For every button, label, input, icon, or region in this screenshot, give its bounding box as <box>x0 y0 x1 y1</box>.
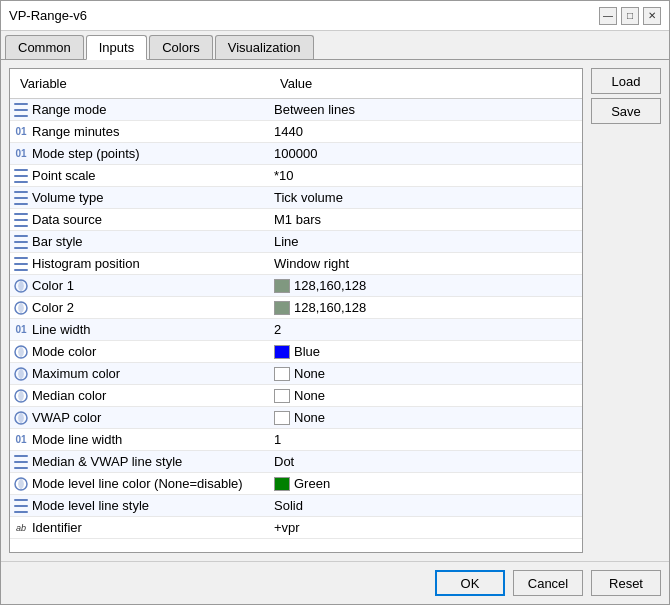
inputs-table: Variable Value Range modeBetween lines01… <box>9 68 583 553</box>
row-value-text: 2 <box>274 322 281 337</box>
color-swatch[interactable] <box>274 411 290 425</box>
row-value-text: 1 <box>274 432 281 447</box>
color-swatch[interactable] <box>274 279 290 293</box>
row-value-cell: 2 <box>270 320 582 339</box>
tab-inputs[interactable]: Inputs <box>86 35 147 60</box>
row-value-text: 1440 <box>274 124 303 139</box>
color-icon <box>14 279 28 293</box>
color-swatch[interactable] <box>274 477 290 491</box>
lines-icon <box>14 499 28 513</box>
row-value-text: Blue <box>294 344 320 359</box>
table-row[interactable]: Point scale*10 <box>10 165 582 187</box>
row-variable-text: Mode line width <box>32 432 122 447</box>
table-row[interactable]: Mode level line color (None=disable)Gree… <box>10 473 582 495</box>
row-variable-text: Data source <box>32 212 102 227</box>
color-icon <box>14 411 28 425</box>
tab-common[interactable]: Common <box>5 35 84 59</box>
color-icon <box>14 345 28 359</box>
row-variable-text: Histogram position <box>32 256 140 271</box>
row-variable-cell: 01Line width <box>10 320 270 339</box>
color-swatch[interactable] <box>274 389 290 403</box>
table-row[interactable]: Bar styleLine <box>10 231 582 253</box>
footer: OK Cancel Reset <box>1 561 669 604</box>
numeric-icon: 01 <box>14 433 28 447</box>
row-variable-cell: Histogram position <box>10 254 270 273</box>
table-header: Variable Value <box>10 69 582 99</box>
row-variable-cell: 01Mode line width <box>10 430 270 449</box>
row-value-text: Window right <box>274 256 349 271</box>
row-variable-cell: Data source <box>10 210 270 229</box>
row-variable-cell: Range mode <box>10 100 270 119</box>
color-icon <box>14 367 28 381</box>
table-row[interactable]: Volume typeTick volume <box>10 187 582 209</box>
lines-icon <box>14 235 28 249</box>
table-row[interactable]: Median & VWAP line styleDot <box>10 451 582 473</box>
cancel-button[interactable]: Cancel <box>513 570 583 596</box>
row-value-cell: Solid <box>270 496 582 515</box>
table-row[interactable]: Color 1128,160,128 <box>10 275 582 297</box>
table-body: Range modeBetween lines01Range minutes14… <box>10 99 582 539</box>
row-value-cell: None <box>270 386 582 405</box>
color-swatch[interactable] <box>274 367 290 381</box>
row-value-text: 128,160,128 <box>294 300 366 315</box>
maximize-button[interactable]: □ <box>621 7 639 25</box>
table-row[interactable]: 01Mode step (points)100000 <box>10 143 582 165</box>
ok-button[interactable]: OK <box>435 570 505 596</box>
tab-visualization[interactable]: Visualization <box>215 35 314 59</box>
row-variable-cell: 01Mode step (points) <box>10 144 270 163</box>
title-bar: VP-Range-v6 — □ ✕ <box>1 1 669 31</box>
row-value-text: *10 <box>274 168 294 183</box>
reset-button[interactable]: Reset <box>591 570 661 596</box>
row-variable-cell: Maximum color <box>10 364 270 383</box>
table-row[interactable]: 01Range minutes1440 <box>10 121 582 143</box>
table-row[interactable]: Mode colorBlue <box>10 341 582 363</box>
row-value-text: 100000 <box>274 146 317 161</box>
row-variable-text: Line width <box>32 322 91 337</box>
row-value-text: Tick volume <box>274 190 343 205</box>
row-variable-text: Mode level line style <box>32 498 149 513</box>
table-row[interactable]: VWAP colorNone <box>10 407 582 429</box>
table-row[interactable]: Histogram positionWindow right <box>10 253 582 275</box>
color-swatch[interactable] <box>274 345 290 359</box>
row-value-text: None <box>294 388 325 403</box>
table-row[interactable]: Range modeBetween lines <box>10 99 582 121</box>
row-value-cell: Blue <box>270 342 582 361</box>
row-variable-text: Bar style <box>32 234 83 249</box>
load-button[interactable]: Load <box>591 68 661 94</box>
row-variable-cell: Point scale <box>10 166 270 185</box>
table-row[interactable]: Maximum colorNone <box>10 363 582 385</box>
row-value-text: Green <box>294 476 330 491</box>
table-row[interactable]: Color 2128,160,128 <box>10 297 582 319</box>
color-swatch[interactable] <box>274 301 290 315</box>
row-variable-text: Mode color <box>32 344 96 359</box>
close-button[interactable]: ✕ <box>643 7 661 25</box>
row-variable-text: Median & VWAP line style <box>32 454 182 469</box>
content-area: Variable Value Range modeBetween lines01… <box>1 60 669 561</box>
row-variable-text: Color 2 <box>32 300 74 315</box>
lines-icon <box>14 257 28 271</box>
table-row[interactable]: 01Line width2 <box>10 319 582 341</box>
main-window: VP-Range-v6 — □ ✕ Common Inputs Colors V… <box>0 0 670 605</box>
table-row[interactable]: abIdentifier+vpr <box>10 517 582 539</box>
minimize-button[interactable]: — <box>599 7 617 25</box>
row-value-cell: Between lines <box>270 100 582 119</box>
row-value-cell: Window right <box>270 254 582 273</box>
row-variable-cell: Mode level line color (None=disable) <box>10 474 270 493</box>
row-variable-text: Maximum color <box>32 366 120 381</box>
table-row[interactable]: Mode level line styleSolid <box>10 495 582 517</box>
row-value-text: Solid <box>274 498 303 513</box>
table-row[interactable]: Median colorNone <box>10 385 582 407</box>
save-button[interactable]: Save <box>591 98 661 124</box>
header-variable: Variable <box>16 73 276 94</box>
row-value-text: Line <box>274 234 299 249</box>
table-row[interactable]: Data sourceM1 bars <box>10 209 582 231</box>
color-icon <box>14 477 28 491</box>
row-variable-cell: Median & VWAP line style <box>10 452 270 471</box>
tab-colors[interactable]: Colors <box>149 35 213 59</box>
color-icon <box>14 301 28 315</box>
row-value-text: +vpr <box>274 520 300 535</box>
row-value-text: Between lines <box>274 102 355 117</box>
table-row[interactable]: 01Mode line width1 <box>10 429 582 451</box>
row-value-text: 128,160,128 <box>294 278 366 293</box>
row-value-cell: 100000 <box>270 144 582 163</box>
